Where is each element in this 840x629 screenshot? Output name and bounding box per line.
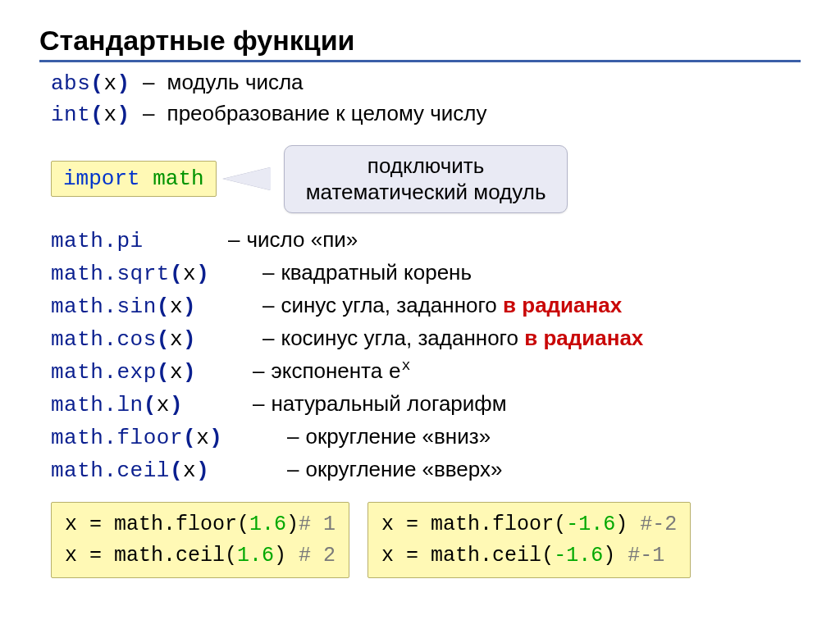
func-arg: x [103,103,116,127]
callout-line: математический модуль [306,180,546,204]
func-desc: округление «вниз» [305,424,491,449]
func-name: math.exp(x) [51,358,246,389]
builtin-row: int(x) – преобразование к целому числу [51,98,801,130]
func-name: math.ln(x) [51,390,246,422]
import-row: import math подключить математический мо… [51,145,801,213]
comment: #-1 [628,544,664,567]
callout-tail [223,167,271,190]
func-desc: косинус угла, заданного в радианах [281,326,643,350]
callout-line: подключить [368,153,484,178]
func-arg: x [157,393,170,417]
example-box-right: x = math.floor(-1.6) #-2x = math.ceil(-1… [368,502,691,578]
math-func-row: math.cos(x)–косинус угла, заданного в ра… [51,323,801,356]
comment: # 1 [299,513,336,536]
func-desc: натуральный логарифм [271,391,506,416]
func-name: int [51,103,90,127]
func-name: math.ceil(x) [51,456,281,487]
page-title: Стандартные функции [39,25,801,62]
func-desc: синус угла, заданного в радианах [281,293,622,317]
callout: подключить математический модуль [284,145,568,213]
numeric-literal: 1.6 [249,513,286,536]
comment: #-2 [640,513,677,536]
func-arg: x [183,458,196,483]
math-func-row: math.ceil(x)–округление «вверх» [51,454,801,487]
func-name: math.sqrt(x) [51,259,256,290]
import-box: import math [51,161,217,197]
numeric-literal: -1.6 [566,513,615,536]
example-box-left: x = math.floor(1.6)# 1x = math.ceil(1.6)… [51,502,349,578]
func-name: abs [51,71,90,96]
math-func-row: math.exp(x)–экспонента ex [51,356,801,390]
math-func-list: math.pi–число «пи»math.sqrt(x)–квадратны… [51,225,801,487]
func-desc: квадратный корень [281,260,472,285]
func-name: math.sin(x) [51,292,256,323]
func-desc: экспонента ex [271,358,410,383]
func-name: math.floor(x) [51,423,281,454]
func-arg: x [170,327,183,352]
math-func-row: math.pi–число «пи» [51,225,801,258]
example-line: x = math.floor(-1.6) #-2 [381,509,677,540]
func-arg: x [103,71,116,96]
numeric-literal: 1.6 [237,544,274,567]
import-module: math [153,166,203,191]
builtin-row: abs(x) – модуль числа [51,67,801,98]
examples-row: x = math.floor(1.6)# 1x = math.ceil(1.6)… [51,502,801,578]
func-desc: модуль числа [167,70,304,94]
func-name: math.pi [51,226,221,258]
math-func-row: math.sin(x)–синус угла, заданного в ради… [51,290,801,323]
func-arg: x [183,262,196,286]
import-keyword: import [63,166,140,191]
comment: # 2 [299,544,336,567]
example-line: x = math.floor(1.6)# 1 [65,509,336,540]
func-desc: преобразование к целому числу [167,101,487,125]
func-arg: x [196,426,209,450]
example-line: x = math.ceil(1.6) # 2 [65,540,336,572]
math-func-row: math.sqrt(x)–квадратный корень [51,258,801,290]
example-line: x = math.ceil(-1.6) #-1 [381,540,677,572]
func-desc: число «пи» [246,227,358,252]
func-arg: x [170,294,183,319]
numeric-literal: -1.6 [554,544,603,567]
math-func-row: math.floor(x)–округление «вниз» [51,422,801,454]
func-arg: x [170,360,183,385]
func-desc: округление «вверх» [305,457,502,481]
func-name: math.cos(x) [51,325,256,356]
math-func-row: math.ln(x)–натуральный логарифм [51,389,801,422]
